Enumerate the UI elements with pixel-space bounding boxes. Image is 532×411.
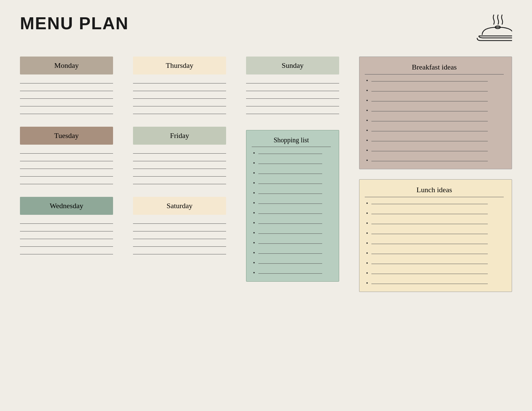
tuesday-header: Tuesday <box>20 127 113 145</box>
day-line <box>20 176 113 177</box>
day-line <box>133 83 226 83</box>
thursday-header: Thursday <box>133 57 226 74</box>
list-item <box>258 200 331 206</box>
list-item <box>371 148 504 153</box>
wednesday-lines <box>20 221 113 257</box>
day-line <box>246 106 339 106</box>
wednesday-section: Wednesday <box>20 197 113 257</box>
main-grid: Monday Tuesday Wednesday <box>20 57 512 292</box>
day-line <box>133 153 226 154</box>
day-line <box>20 161 113 161</box>
list-item <box>258 210 331 215</box>
list-item <box>371 108 504 113</box>
day-line <box>133 106 226 106</box>
list-item <box>371 78 504 83</box>
list-item <box>371 88 504 93</box>
list-item <box>258 220 331 225</box>
header: MENU PLAN <box>20 13 512 43</box>
list-item <box>371 230 504 236</box>
list-item <box>371 240 504 246</box>
day-line <box>20 223 113 224</box>
day-line <box>20 169 113 169</box>
tuesday-lines <box>20 151 113 187</box>
lunch-ideas-box: Lunch ideas <box>359 179 512 292</box>
col-2: Thursday Friday Saturday <box>133 57 226 292</box>
list-item <box>371 158 504 163</box>
list-item <box>371 118 504 123</box>
thursday-lines <box>133 80 226 117</box>
day-line <box>133 91 226 91</box>
list-item <box>371 128 504 133</box>
day-line <box>246 98 339 99</box>
day-line <box>133 246 226 247</box>
day-line <box>20 239 113 239</box>
lunch-ideas-title: Lunch ideas <box>365 186 504 197</box>
list-item <box>258 250 331 255</box>
sunday-lines <box>246 80 339 117</box>
monday-section: Monday <box>20 57 113 117</box>
list-item <box>371 201 504 206</box>
list-item <box>258 160 331 166</box>
day-line <box>20 254 113 254</box>
day-line <box>133 223 226 224</box>
list-item <box>258 170 331 176</box>
list-item <box>258 260 331 265</box>
list-item <box>371 98 504 103</box>
day-line <box>20 114 113 114</box>
list-item <box>371 270 504 276</box>
friday-header: Friday <box>133 127 226 145</box>
breakfast-ideas-box: Breakfast ideas <box>359 57 512 169</box>
monday-header: Monday <box>20 57 113 74</box>
food-serving-icon <box>475 13 512 43</box>
day-line <box>133 98 226 99</box>
day-line <box>20 184 113 184</box>
saturday-header: Saturday <box>133 197 226 215</box>
day-line <box>20 91 113 91</box>
day-line <box>20 246 113 247</box>
list-item <box>371 260 504 266</box>
col-4: Breakfast ideas Lunch ideas <box>359 57 512 292</box>
col-3: Sunday Shopping list <box>246 57 339 292</box>
friday-section: Friday <box>133 127 226 187</box>
day-line <box>133 231 226 231</box>
day-line <box>133 176 226 177</box>
list-item <box>371 138 504 143</box>
wednesday-header: Wednesday <box>20 197 113 215</box>
list-item <box>258 190 331 196</box>
day-line <box>133 239 226 239</box>
list-item <box>371 250 504 256</box>
day-line <box>133 254 226 254</box>
day-line <box>20 231 113 231</box>
list-item <box>371 280 504 286</box>
list-item <box>371 210 504 216</box>
lunch-ideas-list <box>365 201 504 286</box>
day-line <box>246 91 339 91</box>
saturday-section: Saturday <box>133 197 226 257</box>
day-line <box>133 114 226 114</box>
list-item <box>258 270 331 275</box>
list-item <box>258 150 331 156</box>
sunday-section: Sunday <box>246 57 339 124</box>
day-line <box>246 114 339 114</box>
day-line <box>20 98 113 99</box>
breakfast-ideas-list <box>365 78 504 163</box>
tuesday-section: Tuesday <box>20 127 113 187</box>
monday-lines <box>20 80 113 117</box>
shopping-list-box: Shopping list <box>246 130 339 282</box>
breakfast-ideas-title: Breakfast ideas <box>365 63 504 74</box>
sunday-header: Sunday <box>246 57 339 74</box>
shopping-list <box>252 150 331 275</box>
col-1: Monday Tuesday Wednesday <box>20 57 113 292</box>
day-line <box>246 83 339 83</box>
saturday-lines <box>133 221 226 257</box>
day-line <box>133 184 226 184</box>
day-line <box>20 153 113 154</box>
day-line <box>20 106 113 106</box>
list-item <box>258 240 331 245</box>
day-line <box>133 161 226 161</box>
day-line <box>133 169 226 169</box>
friday-lines <box>133 151 226 187</box>
list-item <box>371 220 504 226</box>
page-title: MENU PLAN <box>20 13 129 33</box>
thursday-section: Thursday <box>133 57 226 117</box>
